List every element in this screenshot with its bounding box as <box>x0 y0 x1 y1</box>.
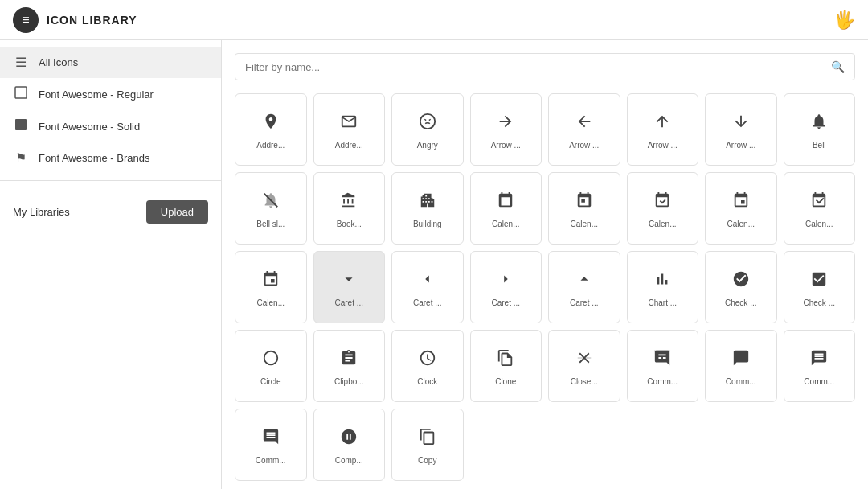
icon-label-clipboard: Clipbo... <box>334 376 364 387</box>
sidebar-item-fa-brands[interactable]: ⚑ Font Awesome - Brands <box>0 142 221 174</box>
icon-label-calen1: Calen... <box>492 219 519 229</box>
icon-label-comp: Comp... <box>335 455 363 466</box>
icon-card-copy[interactable]: Copy <box>391 409 464 481</box>
sidebar-bottom: My Libraries Upload <box>0 187 221 236</box>
arrow4-icon <box>732 113 750 135</box>
upload-button[interactable]: Upload <box>146 200 208 224</box>
clipboard-icon <box>340 349 358 372</box>
icon-card-close[interactable]: Close... <box>548 330 620 402</box>
icon-card-calen3[interactable]: Calen... <box>627 172 699 244</box>
icon-label-clock: Clock <box>417 376 437 387</box>
icon-card-comm2[interactable]: Comm... <box>705 330 777 402</box>
icon-label-book: Book... <box>337 219 362 229</box>
icon-card-caret-left[interactable]: Caret ... <box>391 251 464 323</box>
icon-card-circle[interactable]: Circle <box>235 330 307 402</box>
clock-icon <box>419 349 436 372</box>
comp-icon <box>340 428 358 450</box>
search-icon: 🔍 <box>831 60 845 73</box>
icon-card-calen5[interactable]: Calen... <box>784 172 856 244</box>
icon-label-check1: Check ... <box>725 298 756 308</box>
icon-card-arrow1[interactable]: Arrow ... <box>470 93 542 166</box>
icon-label-building: Building <box>413 219 442 229</box>
icon-card-arrow2[interactable]: Arrow ... <box>548 93 620 166</box>
icon-label-arrow2: Arrow ... <box>569 140 599 150</box>
sidebar-divider <box>0 180 221 181</box>
icon-card-comm1[interactable]: Comm... <box>627 330 699 402</box>
icon-card-caret-down[interactable]: Caret ... <box>313 251 386 323</box>
icon-card-comm3[interactable]: Comm... <box>784 330 856 402</box>
icon-card-addre2[interactable]: Addre... <box>313 93 386 166</box>
close-icon <box>575 349 593 372</box>
header-left: ≡ ICON LIBRARY <box>13 7 137 33</box>
caret-right-icon <box>497 270 514 293</box>
sidebar-item-label: Font Awesome - Solid <box>39 121 140 133</box>
icon-card-angry[interactable]: Angry <box>391 93 464 166</box>
content-area: 🔍 Addre...Addre...AngryArrow ...Arrow ..… <box>222 40 868 489</box>
icon-card-addre1[interactable]: Addre... <box>235 93 307 166</box>
icon-card-book[interactable]: Book... <box>313 172 386 244</box>
icon-card-check1[interactable]: Check ... <box>705 251 777 323</box>
app-title: ICON LIBRARY <box>47 14 137 27</box>
svg-rect-0 <box>15 87 27 98</box>
calen3-icon <box>653 191 671 214</box>
sidebar-item-label: Font Awesome - Regular <box>39 88 154 101</box>
icon-label-calen6: Calen... <box>257 298 285 308</box>
icon-card-arrow3[interactable]: Arrow ... <box>627 93 699 166</box>
icon-card-bell[interactable]: Bell <box>784 93 856 166</box>
icon-card-clock[interactable]: Clock <box>391 330 464 402</box>
icon-card-building[interactable]: Building <box>391 172 464 244</box>
icon-card-caret-up[interactable]: Caret ... <box>548 251 620 323</box>
icon-label-calen2: Calen... <box>571 219 598 229</box>
icon-label-comm4: Comm... <box>256 455 286 466</box>
sidebar: ☰ All Icons Font Awesome - Regular Font … <box>0 40 222 489</box>
sidebar-item-fa-solid[interactable]: Font Awesome - Solid <box>0 110 221 142</box>
fa-brands-icon: ⚑ <box>13 150 29 166</box>
icon-label-addre2: Addre... <box>335 140 363 150</box>
circle-icon <box>262 349 280 372</box>
icon-label-chart: Chart ... <box>648 298 677 308</box>
my-libraries-row: My Libraries Upload <box>13 200 208 224</box>
comm2-icon <box>732 349 750 372</box>
fa-solid-icon <box>13 118 29 134</box>
icon-card-clipboard[interactable]: Clipbo... <box>313 330 386 402</box>
svg-rect-6 <box>654 349 670 351</box>
icon-card-comp[interactable]: Comp... <box>313 409 386 481</box>
sidebar-item-all-icons[interactable]: ☰ All Icons <box>0 47 221 78</box>
icon-label-close: Close... <box>571 376 598 387</box>
icon-card-calen4[interactable]: Calen... <box>705 172 777 244</box>
all-icons-icon: ☰ <box>13 55 29 70</box>
icon-label-caret-right: Caret ... <box>491 298 520 308</box>
icon-card-calen2[interactable]: Calen... <box>548 172 620 244</box>
sidebar-item-label: All Icons <box>39 56 78 68</box>
svg-point-2 <box>420 113 435 128</box>
bellsl-icon <box>262 191 280 214</box>
fa-regular-icon <box>13 86 29 102</box>
comm3-icon <box>810 349 828 372</box>
icon-label-clone: Clone <box>495 376 516 387</box>
calen5-icon <box>810 191 828 214</box>
svg-rect-1 <box>15 119 27 130</box>
icon-label-arrow4: Arrow ... <box>726 140 755 150</box>
icons-grid: Addre...Addre...AngryArrow ...Arrow ...A… <box>235 93 855 481</box>
icon-card-bellsl[interactable]: Bell sl... <box>235 172 307 244</box>
icon-label-copy: Copy <box>418 455 436 466</box>
icon-card-caret-right[interactable]: Caret ... <box>470 251 542 323</box>
icon-label-circle: Circle <box>260 376 281 387</box>
icon-card-check2[interactable]: Check ... <box>784 251 856 323</box>
icon-label-caret-left: Caret ... <box>413 298 442 308</box>
check2-icon <box>810 270 828 293</box>
icon-label-arrow1: Arrow ... <box>491 140 521 150</box>
icon-card-arrow4[interactable]: Arrow ... <box>705 93 777 166</box>
icon-card-calen1[interactable]: Calen... <box>470 172 542 244</box>
icon-label-comm2: Comm... <box>726 376 756 387</box>
icon-card-clone[interactable]: Clone <box>470 330 542 402</box>
arrow1-icon <box>497 113 514 135</box>
icon-card-calen6[interactable]: Calen... <box>235 251 307 323</box>
icon-label-check2: Check ... <box>804 298 835 308</box>
icon-card-chart[interactable]: Chart ... <box>627 251 699 323</box>
cursor-icon: 🖐 <box>833 10 855 31</box>
icon-card-comm4[interactable]: Comm... <box>235 409 307 481</box>
search-input[interactable] <box>245 61 825 73</box>
sidebar-item-fa-regular[interactable]: Font Awesome - Regular <box>0 78 221 110</box>
comm1-icon <box>653 349 671 372</box>
